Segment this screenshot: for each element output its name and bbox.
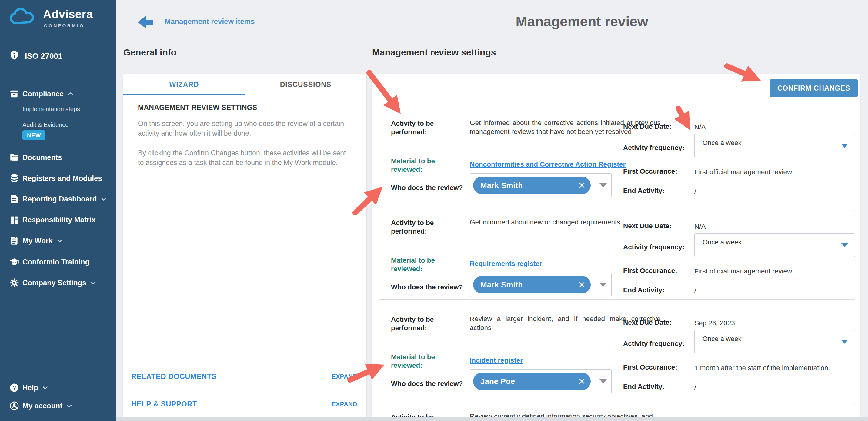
footer-link-help-support[interactable]: HELP & SUPPORTEXPAND bbox=[123, 390, 366, 418]
next-due-value: N/A bbox=[694, 123, 815, 132]
page-title: Management review bbox=[430, 13, 734, 30]
chevron-down-icon bbox=[42, 384, 49, 391]
first-occurance-value: First official management review bbox=[694, 267, 852, 276]
who-label: Who does the review? bbox=[391, 184, 470, 192]
advisera-conformio-logo[interactable]: Advisera CONFORMIO bbox=[7, 4, 110, 30]
active-tab-underline bbox=[123, 94, 245, 95]
sidebar-item-implementation-steps[interactable]: Implementation steps bbox=[0, 101, 116, 118]
chevron-down-icon[interactable] bbox=[841, 339, 848, 344]
folder-icon bbox=[9, 152, 20, 163]
frequency-value: Once a week bbox=[703, 335, 741, 343]
chevron-down-icon bbox=[100, 196, 107, 202]
frequency-select[interactable]: Once a week bbox=[694, 134, 855, 158]
chevron-up-icon bbox=[67, 91, 74, 97]
tab-discussions[interactable]: DISCUSSIONS bbox=[245, 74, 366, 95]
reviewer-select[interactable]: Mark Smith bbox=[470, 173, 612, 197]
shield-info-icon bbox=[9, 50, 20, 62]
activity-label: Activity to be performed: bbox=[391, 315, 467, 332]
next-due-label: Next Due Date: bbox=[623, 222, 696, 230]
chevron-down-icon[interactable] bbox=[599, 282, 607, 287]
frequency-select[interactable]: Once a week bbox=[694, 330, 855, 353]
viewport-bottom-edge bbox=[116, 417, 868, 421]
sidebar-item-label: Implementation steps bbox=[23, 106, 80, 113]
sidebar-item-label: My account bbox=[23, 401, 62, 410]
next-due-value: Sep 26, 2023 bbox=[694, 319, 815, 328]
remove-reviewer-icon[interactable] bbox=[579, 182, 585, 189]
next-due-label: Next Due Date: bbox=[623, 318, 696, 327]
general-info-card: WIZARDDISCUSSIONS MANAGEMENT REVIEW SETT… bbox=[123, 74, 366, 418]
activity-row: Activity to be performed:Get informed ab… bbox=[378, 110, 855, 200]
brand-name: Advisera bbox=[43, 8, 93, 21]
svg-text:?: ? bbox=[12, 385, 16, 391]
grid-icon bbox=[9, 215, 20, 225]
footer-link-related-documents[interactable]: RELATED DOCUMENTSEXPAND bbox=[123, 362, 366, 390]
reviewer-select[interactable]: Jane Poe bbox=[470, 369, 612, 393]
activity-row: Activity to be performed:Review a larger… bbox=[378, 306, 855, 396]
end-activity-value: / bbox=[694, 187, 815, 196]
footer-link-label: HELP & SUPPORT bbox=[131, 400, 197, 408]
archive-icon bbox=[9, 89, 20, 99]
product-name: CONFORMIO bbox=[44, 23, 85, 28]
expand-button[interactable]: EXPAND bbox=[332, 373, 357, 380]
sidebar-item-label: Conformio Training bbox=[23, 258, 89, 266]
wizard-paragraph: By clicking the Confirm Changes button, … bbox=[138, 149, 352, 167]
activity-row: Activity to be performed:Review currentl… bbox=[378, 404, 855, 418]
remove-reviewer-icon[interactable] bbox=[579, 281, 585, 288]
tab-bar: WIZARDDISCUSSIONS bbox=[123, 74, 366, 95]
sidebar-item-label: Compliance bbox=[23, 90, 64, 98]
frequency-select[interactable]: Once a week bbox=[694, 233, 855, 257]
first-occurance-value: First official management review bbox=[694, 168, 852, 176]
material-label: Material to be reviewed: bbox=[391, 157, 467, 174]
tab-wizard[interactable]: WIZARD bbox=[123, 74, 245, 95]
remove-reviewer-icon[interactable] bbox=[579, 378, 585, 385]
sidebar-item-my-work[interactable]: My Work bbox=[0, 232, 116, 249]
confirm-changes-button[interactable]: CONFIRM CHANGES bbox=[770, 79, 858, 97]
sidebar-item-company-settings[interactable]: Company Settings bbox=[0, 274, 116, 291]
reviewer-select[interactable]: Mark Smith bbox=[470, 272, 612, 297]
reviewer-name: Mark Smith bbox=[480, 280, 523, 290]
breadcrumb-back-link[interactable]: Management review items bbox=[164, 17, 255, 26]
expand-button[interactable]: EXPAND bbox=[332, 401, 357, 408]
end-activity-value: / bbox=[694, 287, 815, 295]
sidebar-item-label: Responsibility Matrix bbox=[23, 216, 95, 224]
standard-selector-iso27001[interactable]: ISO 27001 bbox=[0, 48, 116, 64]
chevron-down-icon[interactable] bbox=[599, 379, 607, 384]
sidebar-item-label: Documents bbox=[23, 153, 62, 162]
next-due-label: Next Due Date: bbox=[623, 122, 696, 131]
back-arrow-icon[interactable] bbox=[136, 15, 153, 29]
chevron-down-icon bbox=[66, 402, 73, 409]
who-label: Who does the review? bbox=[391, 283, 470, 291]
graduation-icon bbox=[9, 257, 20, 267]
sidebar-item-compliance[interactable]: Compliance bbox=[0, 86, 116, 102]
sidebar-item-responsibility-matrix[interactable]: Responsibility Matrix bbox=[0, 212, 116, 228]
sidebar-item-reporting-dashboard[interactable]: Reporting Dashboard bbox=[0, 191, 116, 207]
frequency-label: Activity frequency: bbox=[623, 243, 696, 251]
sidebar-item-conformio-training[interactable]: Conformio Training bbox=[0, 254, 116, 270]
sidebar-item-help[interactable]: ?Help bbox=[0, 379, 116, 396]
reviewer-chip: Mark Smith bbox=[473, 276, 591, 293]
standard-label: ISO 27001 bbox=[25, 52, 62, 61]
chevron-down-icon[interactable] bbox=[841, 242, 848, 248]
reviewer-chip: Jane Poe bbox=[473, 373, 591, 390]
sidebar-item-registers-and-modules[interactable]: Registers and Modules bbox=[0, 170, 116, 187]
sidebar-item-label: My Work bbox=[23, 236, 53, 245]
sidebar-item-documents[interactable]: Documents bbox=[0, 149, 116, 166]
frequency-label: Activity frequency: bbox=[623, 143, 696, 152]
sidebar-item-label: Company Settings bbox=[23, 279, 86, 287]
sidebar-item-label: Reporting Dashboard bbox=[23, 195, 97, 203]
database-icon bbox=[9, 173, 20, 184]
settings-header-divider bbox=[372, 103, 860, 103]
sidebar-divider bbox=[0, 74, 116, 75]
chevron-down-icon[interactable] bbox=[841, 143, 848, 148]
frequency-label: Activity frequency: bbox=[623, 339, 696, 348]
first-occurance-label: First Occurance: bbox=[623, 266, 696, 275]
end-activity-label: End Activity: bbox=[623, 383, 696, 391]
next-due-value: N/A bbox=[694, 222, 815, 231]
sidebar: Advisera CONFORMIO ISO 27001 ComplianceI… bbox=[0, 0, 116, 421]
sidebar-item-audit-evidence[interactable]: Audit & Evidence bbox=[0, 116, 116, 133]
reviewer-name: Jane Poe bbox=[480, 377, 515, 386]
sidebar-item-my-account[interactable]: My account bbox=[0, 397, 116, 414]
reviewer-chip: Mark Smith bbox=[473, 176, 591, 194]
chevron-down-icon[interactable] bbox=[599, 183, 607, 188]
general-info-heading: General info bbox=[123, 47, 176, 58]
